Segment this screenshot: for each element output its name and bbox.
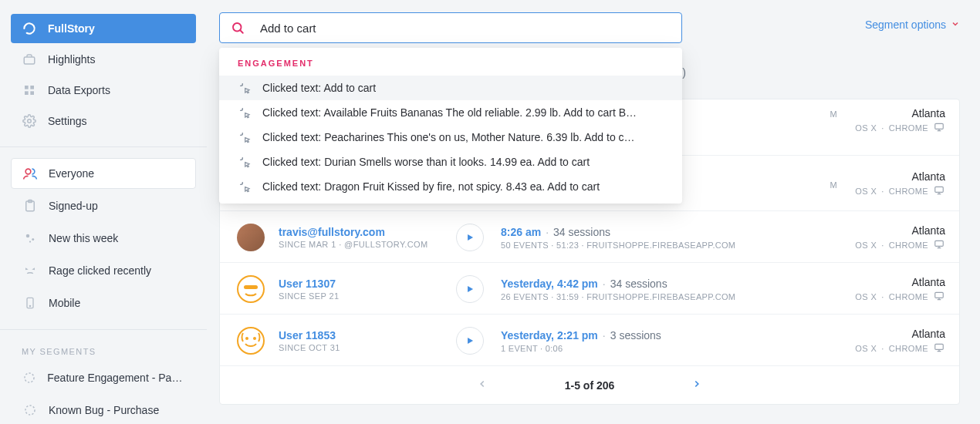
svg-point-10: [29, 241, 31, 242]
svg-point-14: [25, 405, 35, 415]
segment-signed-up[interactable]: Signed-up: [11, 190, 196, 221]
suggestion-item[interactable]: Clicked text: Peacharines This one's on …: [219, 125, 682, 150]
svg-rect-0: [24, 57, 35, 64]
session-col: 8:26 am34 sessions 50 EVENTS · 51:23 · F…: [501, 226, 837, 250]
nav-brand[interactable]: FullStory: [11, 14, 196, 43]
user-col: User 11307 SINCE SEP 21: [279, 278, 456, 301]
session-time: Yesterday, 4:42 pm: [501, 278, 598, 290]
desktop-icon: [933, 239, 945, 251]
segment-label: Known Bug - Purchase: [49, 404, 159, 416]
my-segments-heading: MY SEGMENTS: [22, 347, 207, 356]
play-button[interactable]: [456, 275, 484, 303]
svg-rect-17: [935, 187, 944, 192]
svg-point-12: [29, 305, 30, 306]
session-detail-line: 1 EVENT · 0:06: [501, 344, 837, 353]
pager: 1-5 of 206: [220, 365, 959, 404]
suggestion-prefix: Clicked text:: [262, 106, 323, 119]
segment-options-label: Segment options: [865, 19, 946, 31]
svg-point-8: [26, 234, 30, 238]
env-text: OS X·CHROME: [837, 342, 945, 355]
sparkle-icon: [22, 231, 38, 246]
segment-label: Signed-up: [49, 200, 98, 212]
nav-label: Highlights: [48, 53, 95, 66]
location-col: Atlanta OS X·CHROME: [837, 170, 945, 197]
pager-label: 1-5 of 206: [565, 379, 615, 392]
brand-logo-icon: [22, 21, 37, 36]
users-icon: [22, 166, 38, 181]
user-link[interactable]: User 11853: [279, 329, 456, 342]
segment-options-link[interactable]: Segment options: [865, 19, 960, 31]
desktop-icon: [933, 122, 945, 134]
svg-rect-25: [935, 344, 944, 349]
search-suggestions: ENGAGEMENT Clicked text: Add to cart Cli…: [219, 48, 682, 204]
clipboard-icon: [22, 198, 38, 214]
svg-rect-16: [935, 123, 944, 129]
suggestion-item[interactable]: Clicked text: Dragon Fruit Kissed by fir…: [219, 174, 682, 199]
my-segment-feature-engagement[interactable]: Feature Engagement - Page …: [11, 362, 196, 393]
play-button[interactable]: [456, 327, 484, 355]
segment-label: Mobile: [49, 297, 80, 309]
suggestion-text: Durian Smells worse than it looks. 14.99…: [324, 156, 590, 168]
segment-rage-clicked[interactable]: Rage clicked recently: [11, 255, 196, 286]
session-row[interactable]: User 11853 SINCE OCT 31 Yesterday, 2:21 …: [220, 314, 959, 365]
env-text: OS X·CHROME: [837, 122, 945, 134]
nav-highlights[interactable]: Highlights: [11, 45, 196, 74]
nav-data-exports[interactable]: Data Exports: [11, 76, 196, 105]
env-text: OS X·CHROME: [837, 291, 945, 303]
suggestion-item[interactable]: Clicked text: Durian Smells worse than i…: [219, 150, 682, 174]
nav-settings[interactable]: Settings: [11, 106, 196, 136]
session-count: 34 sessions: [610, 278, 667, 290]
env-text: OS X·CHROME: [837, 239, 945, 251]
location-text: Atlanta: [837, 170, 945, 183]
location-text: Atlanta: [837, 107, 945, 119]
svg-point-23: [245, 337, 248, 340]
segment-mobile[interactable]: Mobile: [11, 288, 196, 318]
suggestion-prefix: Clicked text:: [262, 82, 323, 94]
briefcase-icon: [22, 52, 37, 67]
search-icon: [231, 21, 245, 35]
user-subline: SINCE OCT 31: [279, 343, 456, 352]
user-link[interactable]: travis@fullstory.com: [279, 226, 456, 238]
pager-next[interactable]: [691, 379, 702, 392]
segment-label: Rage clicked recently: [49, 264, 151, 277]
svg-rect-21: [935, 292, 944, 298]
svg-point-24: [253, 337, 256, 340]
my-segment-known-bug[interactable]: Known Bug - Purchase: [11, 395, 196, 424]
suggestion-text: Dragon Fruit Kissed by fire, not spicy. …: [324, 180, 600, 193]
suggestion-item[interactable]: Clicked text: Available Fruits Bananas T…: [219, 100, 682, 125]
segment-everyone[interactable]: Everyone: [11, 158, 196, 189]
segment-new-this-week[interactable]: New this week: [11, 223, 196, 254]
suggestion-text: Peacharines This one's on us, Mother Nat…: [324, 131, 634, 143]
angry-face-icon: [22, 263, 38, 278]
svg-point-5: [28, 119, 32, 123]
user-subline: SINCE SEP 21: [279, 291, 456, 301]
desktop-icon: [933, 342, 945, 355]
user-link[interactable]: User 11307: [279, 278, 456, 290]
divider: [0, 329, 207, 330]
session-row[interactable]: User 11307 SINCE SEP 21 Yesterday, 4:42 …: [220, 262, 959, 314]
location-col: Atlanta OS X·CHROME: [837, 107, 945, 134]
nav-label: FullStory: [48, 22, 95, 35]
location-col: Atlanta OS X·CHROME: [837, 276, 945, 303]
svg-rect-2: [30, 86, 34, 89]
suggestion-item[interactable]: Clicked text: Add to cart: [219, 76, 682, 100]
location-text: Atlanta: [837, 224, 945, 237]
user-subline: SINCE MAR 1 · @FULLSTORY.COM: [279, 240, 456, 249]
session-col: Yesterday, 4:42 pm34 sessions 26 EVENTS …: [501, 278, 837, 301]
svg-rect-18: [935, 241, 944, 246]
segment-label: New this week: [49, 232, 118, 244]
click-icon: [238, 155, 252, 169]
play-button[interactable]: [456, 224, 484, 251]
session-col: Yesterday, 2:21 pm3 sessions 1 EVENT · 0…: [501, 329, 837, 353]
pager-prev[interactable]: [477, 379, 488, 392]
search-input[interactable]: [260, 22, 671, 35]
location-col: Atlanta OS X·CHROME: [837, 328, 945, 355]
avatar: [237, 275, 265, 303]
session-row[interactable]: travis@fullstory.com SINCE MAR 1 · @FULL…: [220, 210, 959, 262]
svg-rect-3: [25, 91, 29, 95]
session-time: Yesterday, 2:21 pm: [501, 329, 598, 342]
session-count: 34 sessions: [553, 226, 610, 238]
suggestion-text: Add to cart: [323, 82, 376, 94]
session-detail-line: 50 EVENTS · 51:23 · FRUITSHOPPE.FIREBASE…: [501, 241, 837, 250]
search-bar[interactable]: [219, 12, 682, 43]
